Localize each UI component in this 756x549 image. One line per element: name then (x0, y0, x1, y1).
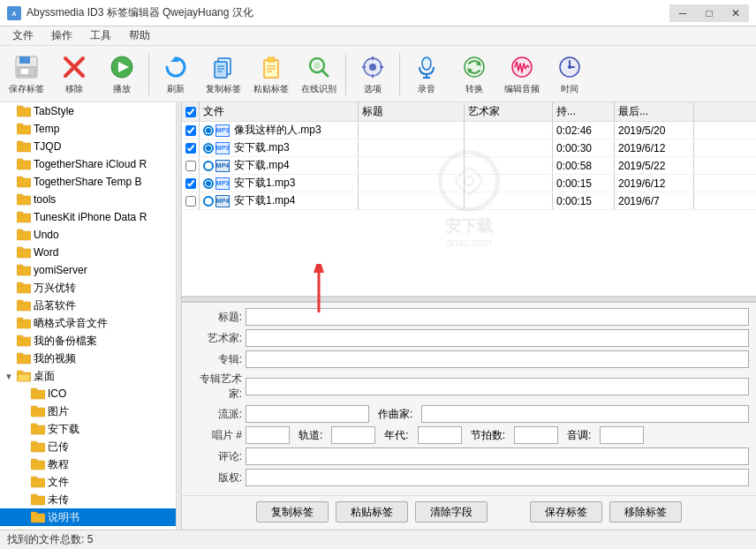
menu-tools[interactable]: 工具 (81, 26, 120, 45)
composer-input[interactable] (421, 405, 749, 423)
row-check[interactable] (182, 192, 200, 209)
col-header-check (182, 102, 200, 121)
sidebar-item-tabstyle[interactable]: TabStyle (0, 102, 176, 120)
refresh-button[interactable]: 刷新 (153, 49, 199, 100)
col-header-duration: 持... (553, 102, 615, 121)
table-row[interactable]: MP4 安下载.mp4 0:00:58 2019/5/22 (182, 157, 756, 175)
maximize-button[interactable]: □ (696, 4, 722, 22)
bpm-label: 节拍数: (465, 428, 510, 443)
sidebar-item-desktop[interactable]: ▼桌面 (0, 367, 176, 385)
sidebar-item-ruanjian[interactable]: ▶软件安装 (0, 526, 176, 530)
sidebar-item-word[interactable]: Word (0, 244, 176, 261)
remove-button[interactable]: 移除 (51, 49, 97, 100)
sidebar-item-tjqd[interactable]: TJQD (0, 138, 176, 155)
row-check[interactable] (182, 139, 200, 156)
close-button[interactable]: ✕ (722, 4, 749, 22)
table-row[interactable]: MP3 安下载1.mp3 0:00:15 2019/6/12 (182, 175, 756, 192)
menu-file[interactable]: 文件 (4, 26, 42, 45)
disk-input[interactable] (246, 426, 290, 444)
sidebar-item-label: TabStyle (34, 105, 74, 117)
paste-tag-button[interactable]: 粘贴标签 (248, 49, 294, 100)
sidebar-item-label: 教程 (48, 457, 69, 472)
menu-operation[interactable]: 操作 (42, 26, 81, 45)
sidebar-item-undo[interactable]: Undo (0, 226, 176, 244)
sidebar-item-ico[interactable]: ICO (0, 385, 176, 402)
sidebar-item-shipin[interactable]: 我的视频 (0, 350, 176, 367)
genre-input[interactable] (246, 405, 369, 423)
options-button[interactable]: 选项 (350, 49, 396, 100)
key-input[interactable] (600, 426, 644, 444)
sidebar-item-yichuan[interactable]: 已传 (0, 438, 176, 455)
play-button[interactable]: 播放 (99, 49, 145, 100)
file-checkbox[interactable] (185, 143, 196, 154)
convert-button[interactable]: 转换 (451, 49, 497, 100)
comment-input[interactable] (246, 447, 749, 465)
sidebar-item-beifeng[interactable]: 我的备份檔案 (0, 332, 176, 350)
sidebar-item-shuomingshu[interactable]: 说明书 (0, 508, 176, 526)
sidebar-item-temp[interactable]: Temp (0, 120, 176, 138)
horizontal-resize-handle[interactable] (182, 297, 756, 302)
sidebar-item-geshi[interactable]: 晒格式录音文件 (0, 314, 176, 332)
copy-tag-bottom-button[interactable]: 复制标签 (256, 501, 329, 523)
sidebar-item-anxiazai[interactable]: 安下载 (0, 420, 176, 438)
file-checkbox[interactable] (185, 196, 196, 207)
track-input[interactable] (331, 426, 375, 444)
artist-input[interactable] (246, 329, 749, 347)
folder-icon (17, 369, 31, 383)
sidebar-item-wenjian[interactable]: 文件 (0, 473, 176, 491)
comment-label: 评论: (189, 449, 242, 464)
row-check[interactable] (182, 175, 200, 192)
file-checkbox[interactable] (185, 161, 196, 171)
online-id-icon (305, 53, 333, 81)
menu-bar: 文件 操作 工具 帮助 (0, 26, 756, 46)
time-button[interactable]: 时间 (547, 49, 593, 100)
save-tag-button[interactable]: 保存标签 (4, 49, 49, 100)
copy-tag-button[interactable]: 复制标签 (200, 49, 246, 100)
sidebar-item-tupian[interactable]: 图片 (0, 402, 176, 420)
table-row[interactable]: MP3 安下载.mp3 0:00:30 2019/6/12 (182, 139, 756, 157)
sidebar-item-togethershare-temp[interactable]: TogetherShare Temp B (0, 173, 176, 191)
minimize-button[interactable]: ─ (669, 4, 696, 22)
folder-icon (31, 440, 45, 454)
select-all-checkbox[interactable] (185, 107, 196, 117)
sidebar-item-togethershare-icloud[interactable]: TogetherShare iCloud R (0, 155, 176, 173)
row-check[interactable] (182, 157, 200, 174)
sidebar-item-tools[interactable]: tools (0, 191, 176, 208)
file-title (359, 192, 465, 209)
save-tag-bottom-button[interactable]: 保存标签 (530, 501, 602, 523)
folder-icon (17, 528, 31, 530)
clear-fields-button[interactable]: 清除字段 (415, 501, 488, 523)
sidebar-item-yomiserver[interactable]: yomiServer (0, 261, 176, 279)
sidebar-item-pinpin[interactable]: 品茗软件 (0, 297, 176, 314)
file-title (359, 175, 465, 192)
sidebar-item-label: 我的视频 (34, 351, 76, 366)
file-duration: 0:00:30 (553, 139, 615, 156)
svg-rect-81 (31, 441, 37, 445)
menu-help[interactable]: 帮助 (120, 26, 159, 45)
year-input[interactable] (418, 426, 462, 444)
title-bar: A Abyssmedia ID3 标签编辑器 QwejayHuang 汉化 ─ … (0, 0, 756, 26)
album-artist-input[interactable] (246, 378, 749, 395)
album-input[interactable] (246, 350, 749, 368)
online-id-button[interactable]: 在线识别 (296, 49, 342, 100)
file-checkbox[interactable] (185, 178, 196, 189)
title-bar-left: A Abyssmedia ID3 标签编辑器 QwejayHuang 汉化 (7, 5, 253, 20)
remove-tag-button[interactable]: 移除标签 (609, 501, 682, 523)
app-icon: A (7, 6, 21, 20)
row-check[interactable] (182, 122, 200, 139)
tag-row-comment: 评论: (189, 447, 749, 465)
sidebar-item-tuneskit[interactable]: TunesKit iPhone Data R (0, 208, 176, 226)
table-row[interactable]: MP3 像我这样的人.mp3 0:02:46 2019/5/20 (182, 122, 756, 139)
table-row[interactable]: MP4 安下载1.mp4 0:00:15 2019/6/7 (182, 192, 756, 210)
file-checkbox[interactable] (185, 125, 196, 136)
copyright-input[interactable] (246, 469, 749, 486)
sidebar-item-weichuan[interactable]: 未传 (0, 491, 176, 508)
play-icon (108, 53, 136, 81)
paste-tag-bottom-button[interactable]: 粘贴标签 (336, 501, 408, 523)
folder-icon (17, 210, 31, 224)
record-button[interactable]: 录音 (404, 49, 450, 100)
sidebar-item-jiaocheng[interactable]: 教程 (0, 455, 176, 473)
sidebar-item-wanxing[interactable]: 万兴优转 (0, 279, 176, 297)
edit-audio-button[interactable]: 编辑音频 (499, 49, 545, 100)
bpm-input[interactable] (514, 426, 558, 444)
